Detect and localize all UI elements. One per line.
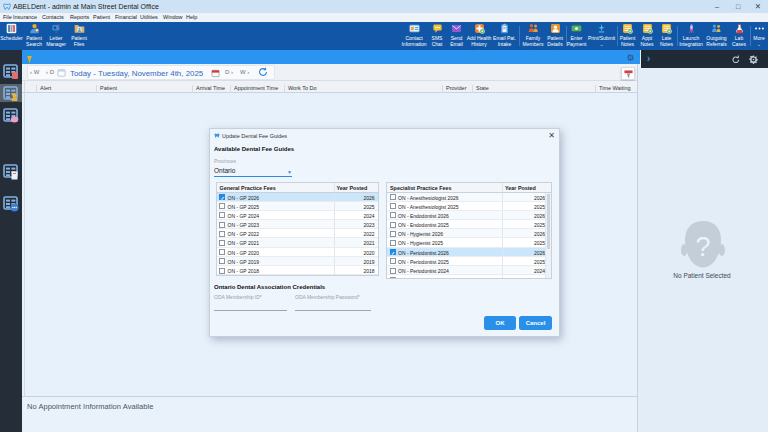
svg-text:?: ?	[695, 232, 710, 262]
